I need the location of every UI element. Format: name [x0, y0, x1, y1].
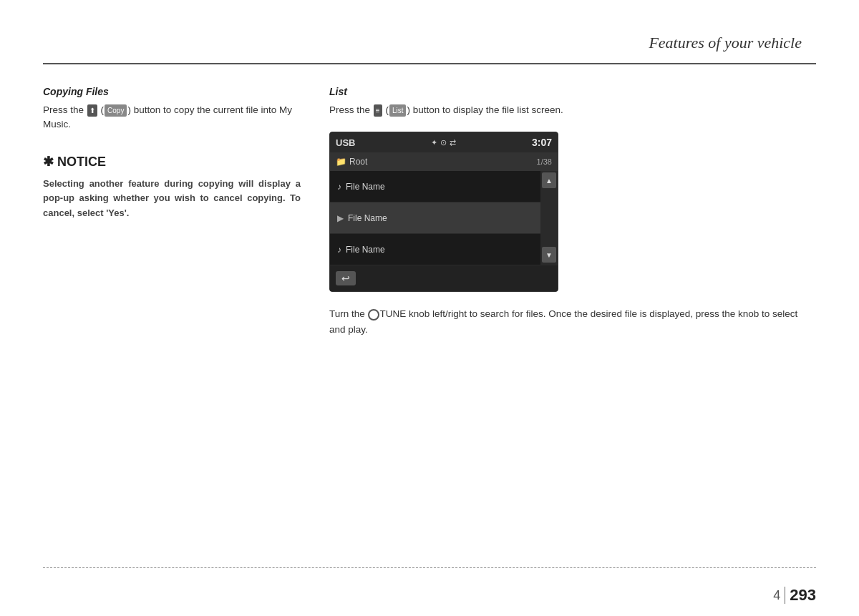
footer-rule — [43, 567, 816, 568]
tune-knob-icon — [368, 309, 379, 321]
file-entry-3: ♪ File Name — [330, 234, 540, 265]
screen-icon-bluetooth: ✦ — [431, 138, 437, 147]
screen-bottom-bar: ↩ — [330, 265, 558, 291]
list-button-label: List — [389, 104, 407, 117]
notice-heading: ✱ NOTICE — [43, 154, 301, 170]
file-name-2: File Name — [348, 213, 387, 223]
right-column: List Press the ≡ (List) button to displa… — [329, 79, 816, 559]
play-icon-2: ▶ — [337, 213, 344, 223]
list-section-title: List — [329, 86, 816, 97]
list-body-text: Press the ≡ (List) button to display the… — [329, 103, 816, 117]
scroll-down-button[interactable]: ▼ — [542, 247, 556, 263]
file-name-1: File Name — [346, 182, 385, 192]
page-title: Features of your vehicle — [649, 34, 802, 52]
copy-button-label: Copy — [105, 104, 127, 117]
footer-page-num: 293 — [790, 586, 816, 605]
screen-path-bar: 📁 Root 1/38 — [330, 152, 558, 171]
copy-paren-close: ) — [127, 104, 131, 115]
list-body-part2: button to display the file list screen. — [413, 104, 563, 115]
file-name-3: File Name — [346, 245, 385, 255]
screen-usb-label: USB — [336, 137, 355, 148]
screen-file-list: ♪ File Name ▶ File Name ♪ File Name ▲ — [330, 171, 558, 265]
scroll-bar: ▲ ▼ — [540, 171, 558, 265]
header-rule — [43, 63, 816, 64]
left-column: Copying Files Press the ⬆ (Copy) button … — [43, 79, 301, 559]
main-content: Copying Files Press the ⬆ (Copy) button … — [43, 79, 816, 559]
copy-body-part1: Press the — [43, 104, 84, 115]
copy-body-text: Press the ⬆ (Copy) button to copy the cu… — [43, 103, 301, 132]
music-icon-1: ♪ — [337, 182, 341, 192]
footer-page-numbers: 4 293 — [773, 586, 816, 605]
screen-icon-arrows: ⇄ — [450, 138, 456, 147]
notice-box: ✱ NOTICE Selecting another feature durin… — [43, 154, 301, 221]
screen-mockup: USB ✦ ⊙ ⇄ 3:07 📁 Root 1/38 — [329, 132, 558, 292]
notice-text: Selecting another feature during copying… — [43, 177, 301, 221]
tune-text-part2: TUNE knob left/right to search for files… — [329, 308, 797, 335]
screen-time: 3:07 — [532, 137, 552, 148]
footer-chapter: 4 — [773, 588, 780, 603]
screen-count: 1/38 — [537, 157, 552, 166]
music-icon-3: ♪ — [337, 245, 341, 255]
list-body-part1: Press the — [329, 104, 370, 115]
tune-text-part1: Turn the — [329, 308, 365, 319]
back-button[interactable]: ↩ — [336, 271, 356, 285]
page-header: Features of your vehicle — [0, 0, 859, 72]
file-entry-2: ▶ File Name — [330, 202, 540, 234]
screen-status-bar: USB ✦ ⊙ ⇄ 3:07 — [330, 132, 558, 152]
list-paren-open: ( — [385, 104, 389, 115]
copy-paren-open: ( — [101, 104, 105, 115]
tune-text: Turn the TUNE knob left/right to search … — [329, 306, 816, 337]
file-entry-1: ♪ File Name — [330, 171, 540, 202]
copy-section-title: Copying Files — [43, 86, 301, 97]
screen-icon-circle: ⊙ — [440, 138, 447, 147]
list-paren-close: ) — [407, 104, 410, 115]
screen-icons: ✦ ⊙ ⇄ — [431, 138, 456, 147]
file-entries: ♪ File Name ▶ File Name ♪ File Name — [330, 171, 540, 265]
folder-icon: 📁 — [336, 157, 346, 167]
scroll-up-button[interactable]: ▲ — [542, 172, 556, 188]
list-button-icon: ≡ — [374, 104, 382, 117]
page-footer: 4 293 — [0, 559, 859, 616]
screen-path-label: Root — [349, 157, 367, 167]
copy-button-icon: ⬆ — [87, 104, 97, 117]
footer-divider — [785, 587, 785, 604]
screen-path: 📁 Root — [336, 157, 367, 167]
